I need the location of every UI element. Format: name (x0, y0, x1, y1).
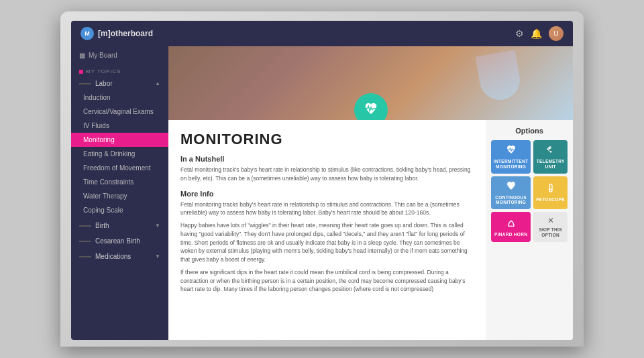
sidebar-item-cervical[interactable]: Cervical/Vaginal Exams (71, 105, 168, 119)
options-panel: Options INTERMITTENT M (486, 120, 573, 340)
birth-line-icon (79, 225, 91, 227)
option-card-fetoscope[interactable]: FETOSCOPE (533, 176, 568, 210)
medications-group-text: Medications (95, 253, 131, 260)
header-logo: M [m]otherboard (80, 27, 153, 40)
bell-icon[interactable]: 🔔 (531, 28, 542, 39)
sidebar-item-coping[interactable]: Coping Scale (71, 203, 168, 217)
content-area: MONITORING In a Nutshell Fetal monitorin… (168, 46, 573, 340)
intermittent-label: INTERMITTENT MONITORING (494, 159, 528, 170)
sidebar-item-freedom[interactable]: Freedom of Movement (71, 161, 168, 175)
sidebar-section-label: MY TOPICS (71, 64, 168, 76)
sidebar-item-water[interactable]: Water Therapy (71, 189, 168, 203)
pinard-label: PINARD HORN (494, 232, 527, 237)
sidebar-item-eating[interactable]: Eating & Drinking (71, 147, 168, 161)
sidebar-item-induction[interactable]: Induction (71, 91, 168, 105)
hero-decor (475, 50, 523, 103)
cesarean-line-icon (79, 241, 91, 242)
skip-label: Skip This Option (536, 227, 565, 238)
sidebar-group-cesarean: Cesarean Birth (71, 234, 168, 248)
more-info-body2: Happy babies have lots of "wiggles" in t… (180, 221, 474, 264)
pinard-icon (506, 217, 517, 230)
logo-text: [m]otherboard (98, 29, 153, 38)
section-dot (79, 70, 83, 74)
option-card-telemetry[interactable]: TELEMETRY UNIT (533, 140, 568, 174)
sidebar-item-iv-fluids[interactable]: IV Fluids (71, 119, 168, 133)
header-icons: ⚙ 🔔 U (515, 26, 564, 41)
options-grid: INTERMITTENT MONITORING (491, 140, 568, 242)
section-text: MY TOPICS (86, 68, 121, 74)
option-card-pinard[interactable]: PINARD HORN (491, 212, 531, 242)
skip-icon: ✕ (547, 216, 554, 225)
nutshell-title: In a Nutshell (180, 155, 474, 163)
more-info-body: Fetal monitoring tracks baby's heart rat… (180, 200, 474, 218)
birth-group-header[interactable]: Birth ▼ (71, 219, 168, 233)
continuous-label: CONTINUOUS MONITORING (494, 195, 528, 206)
labor-chevron: ▲ (155, 80, 160, 86)
option-card-continuous[interactable]: CONTINUOUS MONITORING (491, 176, 531, 210)
option-card-skip[interactable]: ✕ Skip This Option (533, 212, 568, 242)
heart-monitor-icon (364, 101, 378, 119)
labor-line-icon (79, 83, 91, 84)
labor-group-header[interactable]: Labor ▲ (71, 76, 168, 91)
labor-group-label: Labor (79, 80, 113, 87)
fetoscope-icon (545, 182, 556, 195)
birth-chevron: ▼ (155, 223, 160, 229)
header: M [m]otherboard ⚙ 🔔 U (71, 21, 573, 46)
app-container: M [m]otherboard ⚙ 🔔 U ▦ My Board (71, 21, 573, 340)
sidebar-item-time[interactable]: Time Constraints (71, 175, 168, 189)
hero-image (168, 46, 573, 120)
option-card-intermittent[interactable]: INTERMITTENT MONITORING (491, 140, 531, 174)
nutshell-body: Fetal monitoring track's baby's heart ra… (180, 166, 474, 183)
my-board-label: My Board (89, 52, 117, 59)
laptop-screen: M [m]otherboard ⚙ 🔔 U ▦ My Board (71, 21, 573, 340)
sidebar-item-monitoring[interactable]: Monitoring (71, 133, 168, 147)
options-title: Options (491, 127, 568, 135)
continuous-icon (506, 180, 517, 193)
content-scroll: MONITORING In a Nutshell Fetal monitorin… (168, 120, 573, 340)
intermittent-icon (506, 144, 517, 157)
cesarean-group-text: Cesarean Birth (95, 237, 140, 245)
hero-heart-circle (354, 93, 388, 120)
avatar[interactable]: U (549, 26, 564, 41)
cesarean-group-label: Cesarean Birth (79, 237, 140, 245)
birth-group-label: Birth (79, 222, 109, 229)
medications-group-header[interactable]: Medications ▼ (71, 249, 168, 263)
main-body: ▦ My Board MY TOPICS Labor (71, 46, 573, 340)
sidebar: ▦ My Board MY TOPICS Labor (71, 46, 168, 340)
more-info-title: More Info (180, 190, 474, 198)
labor-group-text: Labor (95, 80, 113, 87)
fetoscope-label: FETOSCOPE (536, 197, 565, 202)
settings-icon[interactable]: ⚙ (515, 28, 524, 39)
article-area: MONITORING In a Nutshell Fetal monitorin… (168, 120, 486, 340)
article-title: MONITORING (180, 131, 474, 148)
laptop-shell: M [m]otherboard ⚙ 🔔 U ▦ My Board (60, 11, 584, 347)
telemetry-icon (545, 144, 556, 157)
my-board-icon: ▦ (79, 52, 85, 59)
cesarean-group-header[interactable]: Cesarean Birth (71, 234, 168, 248)
svg-point-0 (549, 151, 551, 153)
sidebar-group-medications: Medications ▼ (71, 249, 168, 263)
sidebar-group-labor: Labor ▲ Induction Cervical/Vaginal Exams… (71, 76, 168, 217)
medications-line-icon (79, 256, 91, 257)
telemetry-label: TELEMETRY UNIT (536, 159, 565, 170)
medications-chevron: ▼ (155, 253, 160, 259)
sidebar-my-board[interactable]: ▦ My Board (71, 46, 168, 64)
more-info-body3: If there are significant dips in the hea… (180, 268, 474, 294)
birth-group-text: Birth (95, 222, 109, 229)
sidebar-group-birth: Birth ▼ (71, 219, 168, 233)
logo-icon: M (80, 27, 94, 40)
medications-group-label: Medications (79, 253, 131, 260)
